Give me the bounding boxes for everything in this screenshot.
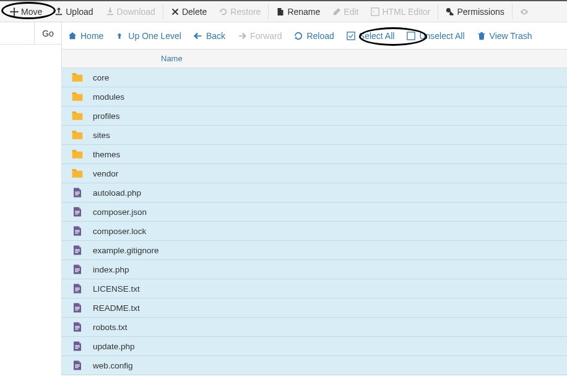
folder-icon [71, 109, 84, 123]
file-row[interactable]: themes [62, 145, 567, 164]
file-name: themes [93, 150, 120, 159]
file-name: modules [93, 92, 124, 102]
edit-button[interactable]: Edit [326, 1, 365, 22]
unselect-all-label: Unselect All [419, 31, 464, 41]
toolbar-separator [512, 4, 513, 19]
go-button[interactable]: Go [34, 22, 61, 44]
restore-label: Restore [230, 7, 261, 17]
file-icon [71, 243, 84, 257]
unselect-all-button[interactable]: Unselect All [407, 31, 464, 41]
file-name: sites [93, 131, 110, 140]
file-icon [71, 263, 84, 276]
sidebar: Go [0, 22, 62, 375]
file-row[interactable]: sites [62, 126, 567, 145]
file-row[interactable]: web.config [62, 356, 567, 375]
eye-icon [520, 7, 529, 16]
file-row[interactable]: update.php [62, 337, 567, 356]
edit-label: Edit [344, 7, 358, 17]
upload-icon [54, 7, 63, 16]
select-all-button[interactable]: Select All [347, 31, 395, 41]
path-go-row: Go [0, 22, 61, 45]
file-row[interactable]: core [62, 68, 567, 87]
download-button[interactable]: Download [100, 1, 162, 22]
file-row[interactable]: LICENSE.txt [62, 279, 567, 298]
html-editor-icon [371, 7, 379, 16]
unselect-all-icon [407, 32, 415, 40]
reload-icon [294, 32, 303, 40]
restore-icon [219, 7, 228, 16]
home-button[interactable]: Home [68, 31, 103, 41]
file-name: composer.json [93, 207, 147, 217]
svg-rect-2 [347, 32, 355, 39]
nav-toolbar: Home Up One Level Back Forward Reload Se… [62, 22, 567, 50]
home-icon [68, 32, 77, 40]
file-name: README.txt [93, 303, 140, 313]
upload-button[interactable]: Upload [48, 1, 99, 22]
main-toolbar: Move Upload Download Delete Restore Rena… [0, 0, 567, 22]
html-editor-button[interactable]: HTML Editor [365, 1, 436, 22]
file-name: web.config [93, 361, 133, 370]
file-row[interactable]: composer.json [62, 203, 567, 222]
file-name: example.gitignore [93, 246, 159, 255]
file-row[interactable]: autoload.php [62, 183, 567, 203]
folder-icon [71, 90, 84, 103]
view-trash-button[interactable]: View Trash [477, 31, 532, 41]
delete-icon [171, 7, 180, 16]
up-one-level-button[interactable]: Up One Level [116, 31, 181, 41]
move-button[interactable]: Move [4, 1, 48, 22]
file-row[interactable]: robots.txt [62, 318, 567, 337]
file-row[interactable]: profiles [62, 107, 567, 126]
restore-button[interactable]: Restore [213, 1, 267, 22]
file-icon [71, 186, 84, 199]
upload-label: Upload [66, 7, 93, 17]
path-input[interactable] [0, 22, 34, 44]
file-name: index.php [93, 265, 129, 274]
up-icon [116, 32, 124, 40]
file-icon [71, 339, 84, 353]
file-row[interactable]: modules [62, 87, 567, 107]
folder-icon [71, 147, 84, 161]
file-name: robots.txt [93, 323, 128, 332]
file-row[interactable]: example.gitignore [62, 241, 567, 260]
back-button[interactable]: Back [194, 31, 225, 41]
file-icon [71, 359, 84, 372]
rename-button[interactable]: Rename [270, 1, 326, 22]
file-name: composer.lock [93, 227, 146, 236]
file-name: update.php [93, 342, 135, 351]
svg-rect-0 [371, 7, 379, 15]
reload-label: Reload [306, 31, 334, 41]
file-name: LICENSE.txt [93, 284, 140, 294]
file-row[interactable]: vendor [62, 164, 567, 183]
download-icon [106, 7, 115, 16]
file-row[interactable]: index.php [62, 260, 567, 279]
permissions-button[interactable]: Permissions [439, 1, 510, 22]
file-icon [71, 205, 84, 219]
reload-button[interactable]: Reload [294, 31, 334, 41]
delete-label: Delete [182, 7, 207, 17]
back-icon [194, 32, 202, 40]
name-column-header[interactable]: Name [87, 54, 183, 63]
view-button[interactable] [514, 1, 535, 22]
permissions-icon [446, 7, 454, 16]
file-icon [71, 282, 84, 295]
file-icon [71, 224, 84, 238]
file-list: coremodulesprofilessitesthemesvendorauto… [62, 68, 567, 375]
toolbar-separator [163, 4, 163, 19]
main-area: Home Up One Level Back Forward Reload Se… [62, 22, 567, 375]
toolbar-separator [268, 4, 269, 19]
permissions-label: Permissions [457, 7, 504, 17]
file-row[interactable]: README.txt [62, 298, 567, 318]
forward-button[interactable]: Forward [238, 31, 282, 41]
toolbar-separator [438, 4, 438, 19]
file-icon [71, 301, 84, 315]
view-trash-label: View Trash [490, 31, 532, 41]
file-name: autoload.php [93, 188, 141, 198]
folder-icon [71, 167, 84, 180]
svg-rect-3 [407, 32, 415, 39]
delete-button[interactable]: Delete [165, 1, 213, 22]
file-name: vendor [93, 169, 118, 178]
move-icon [10, 7, 19, 16]
file-row[interactable]: composer.lock [62, 222, 567, 241]
home-label: Home [80, 31, 103, 41]
up-label: Up One Level [128, 31, 181, 41]
